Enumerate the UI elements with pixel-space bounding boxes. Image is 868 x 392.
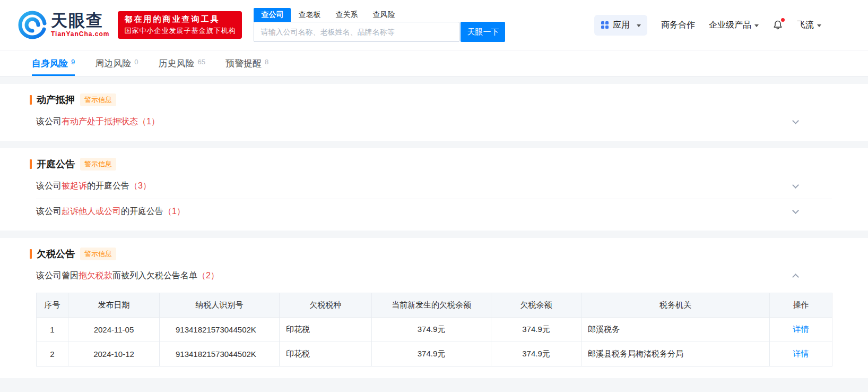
risk-count: （3）	[129, 181, 151, 190]
table-cell: 2024-11-05	[68, 318, 160, 342]
tax-arrears-table: 序号 发布日期 纳税人识别号 欠税税种 当前新发生的欠税余额 欠税余额 税务机关…	[36, 293, 832, 367]
user-menu[interactable]: 飞流	[797, 20, 821, 31]
user-name: 飞流	[797, 20, 814, 31]
risk-tab-bar: 自身风险 9 周边风险 0 历史风险 65 预警提醒 8	[0, 50, 868, 76]
apps-grid-icon	[601, 21, 609, 29]
chevron-down-icon	[754, 24, 759, 27]
notification-bell[interactable]	[772, 19, 783, 31]
risk-text-post: 的开庭公告	[121, 207, 163, 216]
table-cell: 郎溪税务	[581, 318, 770, 342]
risk-row-text: 该公司起诉他人或公司的开庭公告（1）	[36, 206, 185, 217]
section-marker	[30, 95, 32, 105]
table-cell: 374.9元	[491, 318, 581, 342]
table-row: 2 2024-10-12 91341821573044502K 印花税 374.…	[37, 342, 832, 367]
risk-text-highlight: 有动产处于抵押状态	[62, 117, 138, 126]
tab-label: 周边风险	[95, 57, 131, 70]
table-cell: 91341821573044502K	[160, 342, 280, 367]
risk-text-pre: 该公司	[36, 117, 62, 126]
risk-text-pre: 该公司	[36, 207, 62, 216]
search-button[interactable]: 天眼一下	[461, 22, 505, 42]
search-tab-relation[interactable]: 查关系	[328, 8, 365, 22]
tab-label: 预警提醒	[225, 57, 262, 70]
table-cell: 2	[37, 342, 68, 367]
risk-row-text: 该公司曾因拖欠税款而被列入欠税公告名单（2）	[36, 270, 219, 282]
notification-dot	[781, 18, 785, 22]
tab-count: 9	[71, 58, 75, 66]
risk-row[interactable]: 该公司有动产处于抵押状态（1）	[36, 109, 832, 134]
section-title: 开庭公告	[37, 158, 75, 171]
warning-badge: 警示信息	[80, 93, 116, 106]
risk-text-pre: 该公司曾因	[36, 271, 79, 280]
tab-self-risk[interactable]: 自身风险 9	[32, 50, 75, 76]
warning-badge: 警示信息	[80, 158, 116, 171]
section-marker	[30, 159, 32, 169]
search-tab-boss[interactable]: 查老板	[291, 8, 328, 22]
section-chattel-mortgage: 动产抵押 警示信息 该公司有动产处于抵押状态（1）	[0, 84, 868, 141]
tianyancha-logo[interactable]: 天眼查 TianYanCha.com	[18, 11, 109, 39]
search-tab-company[interactable]: 查公司	[254, 8, 291, 22]
nav-enterprise-products[interactable]: 企业级产品	[709, 20, 759, 31]
tab-count: 65	[197, 58, 205, 66]
brand-name: 天眼查	[51, 12, 109, 30]
chevron-down-icon	[817, 24, 821, 27]
col-header-arrears-balance: 欠税余额	[491, 293, 581, 318]
chevron-down-icon	[637, 24, 641, 27]
chevron-down-icon[interactable]	[792, 182, 799, 189]
search-block: 查公司 查老板 查关系 查风险 天眼一下	[254, 8, 505, 42]
tab-count: 8	[265, 58, 268, 66]
tab-label: 自身风险	[32, 57, 68, 70]
detail-link[interactable]: 详情	[793, 349, 809, 358]
chevron-down-icon[interactable]	[792, 207, 799, 214]
table-header-row: 序号 发布日期 纳税人识别号 欠税税种 当前新发生的欠税余额 欠税余额 税务机关…	[37, 293, 832, 318]
tab-surrounding-risk[interactable]: 周边风险 0	[95, 50, 138, 76]
risk-row[interactable]: 该公司曾因拖欠税款而被列入欠税公告名单（2）	[36, 263, 832, 288]
risk-text-pre: 该公司	[36, 181, 62, 190]
promo-line-1: 都在用的商业查询工具	[124, 14, 236, 24]
tab-warning-alerts[interactable]: 预警提醒 8	[225, 50, 268, 76]
risk-count: （1）	[163, 207, 185, 216]
risk-row-text: 该公司被起诉的开庭公告（3）	[36, 181, 151, 192]
table-cell: 印花税	[280, 342, 372, 367]
tianyancha-logo-icon	[18, 11, 47, 39]
brand-domain: TianYanCha.com	[51, 30, 109, 38]
table-row: 1 2024-11-05 91341821573044502K 印花税 374.…	[37, 318, 832, 342]
chevron-up-icon[interactable]	[792, 274, 799, 280]
risk-row[interactable]: 该公司起诉他人或公司的开庭公告（1）	[36, 199, 832, 224]
search-tab-risk[interactable]: 查风险	[365, 8, 402, 22]
nav-apps[interactable]: 应用	[594, 15, 647, 36]
risk-row-text: 该公司有动产处于抵押状态（1）	[36, 116, 160, 127]
risk-text-post: 而被列入欠税公告名单	[112, 271, 197, 280]
col-header-tax-authority: 税务机关	[581, 293, 770, 318]
tab-history-risk[interactable]: 历史风险 65	[158, 50, 205, 76]
section-title: 动产抵押	[37, 93, 75, 106]
table-cell: 2024-10-12	[68, 342, 160, 367]
detail-link[interactable]: 详情	[793, 325, 809, 334]
risk-text-post: 的开庭公告	[87, 181, 129, 190]
chevron-down-icon[interactable]	[792, 117, 799, 124]
nav-apps-label: 应用	[613, 20, 630, 31]
table-cell: 印花税	[280, 318, 372, 342]
col-header-index: 序号	[37, 293, 68, 318]
section-title: 欠税公告	[37, 248, 75, 260]
risk-row[interactable]: 该公司被起诉的开庭公告（3）	[36, 174, 832, 199]
tab-label: 历史风险	[158, 57, 194, 70]
promo-banner: 都在用的商业查询工具 国家中小企业发展子基金旗下机构	[118, 11, 242, 39]
col-header-tax-type: 欠税税种	[280, 293, 372, 318]
risk-text-highlight: 被起诉	[62, 181, 87, 190]
section-tax-arrears-announcements: 欠税公告 警示信息 该公司曾因拖欠税款而被列入欠税公告名单（2） 序号 发布日期…	[0, 238, 868, 378]
site-header: 天眼查 TianYanCha.com 都在用的商业查询工具 国家中小企业发展子基…	[0, 0, 868, 50]
col-header-new-arrears: 当前新发生的欠税余额	[372, 293, 491, 318]
section-court-hearing-announcements: 开庭公告 警示信息 该公司被起诉的开庭公告（3） 该公司起诉他人或公司的开庭公告…	[0, 148, 868, 231]
table-cell: 1	[37, 318, 68, 342]
col-header-taxpayer-id: 纳税人识别号	[160, 293, 280, 318]
risk-count: （1）	[138, 117, 160, 126]
table-cell: 91341821573044502K	[160, 318, 280, 342]
risk-text-highlight: 起诉他人或公司	[62, 207, 121, 216]
search-tabs: 查公司 查老板 查关系 查风险	[254, 8, 505, 22]
nav-enterprise-label: 企业级产品	[709, 20, 751, 31]
promo-line-2: 国家中小企业发展子基金旗下机构	[124, 26, 236, 36]
table-cell: 374.9元	[372, 318, 491, 342]
table-cell: 374.9元	[372, 342, 491, 367]
search-input[interactable]	[254, 22, 459, 42]
nav-business-cooperation[interactable]: 商务合作	[661, 20, 695, 31]
